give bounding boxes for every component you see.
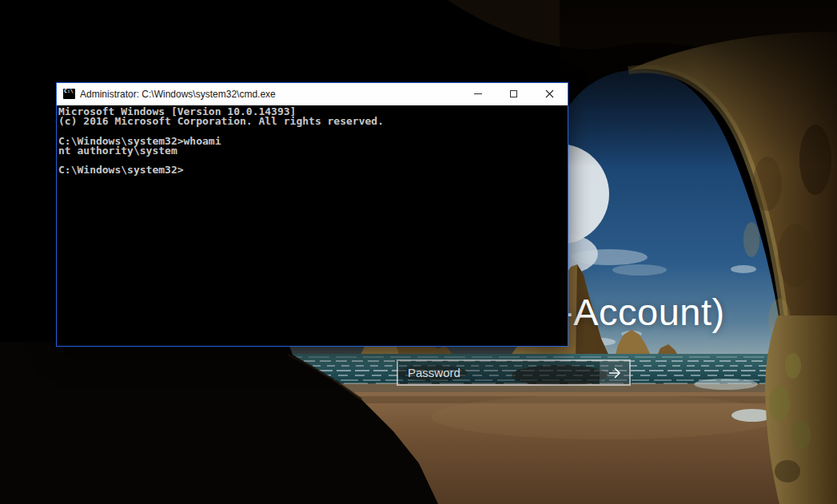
cmd-titlebar[interactable]: C:\ Administrator: C:\Windows\system32\c…	[57, 83, 568, 105]
cmd-icon: C:\	[63, 89, 75, 99]
maximize-button[interactable]	[496, 83, 532, 105]
terminal-output[interactable]: Microsoft Windows [Version 10.0.14393] (…	[57, 105, 568, 346]
terminal-line: C:\Windows\system32>	[58, 165, 568, 175]
close-button[interactable]	[532, 83, 568, 105]
cmd-window: C:\ Administrator: C:\Windows\system32\c…	[56, 82, 568, 347]
terminal-line: (c) 2016 Microsoft Corporation. All righ…	[58, 117, 568, 126]
minimize-icon	[474, 93, 482, 94]
terminal-line: nt authority\system	[58, 146, 568, 156]
close-icon	[545, 89, 554, 98]
password-submit-button[interactable]	[600, 361, 629, 384]
lock-screen: -Account) C:\ Administrator: C:\Windows\…	[0, 0, 837, 504]
password-field-group	[397, 359, 631, 386]
account-name-label: -Account)	[560, 290, 725, 334]
minimize-button[interactable]	[460, 83, 496, 105]
window-title: Administrator: C:\Windows\system32\cmd.e…	[80, 89, 460, 100]
password-input[interactable]	[398, 361, 600, 384]
maximize-icon	[510, 90, 517, 97]
arrow-right-icon	[607, 365, 623, 381]
